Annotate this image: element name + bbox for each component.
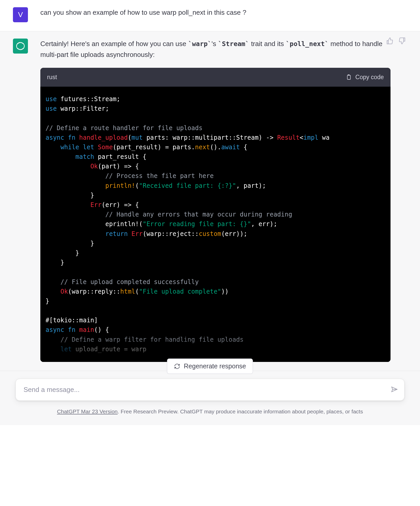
chat-page: V can you show an example of how to use … — [0, 0, 420, 425]
footer-disclaimer: ChatGPT Mar 23 Version. Free Research Pr… — [16, 408, 404, 415]
copy-code-button[interactable]: Copy code — [346, 72, 384, 82]
version-link[interactable]: ChatGPT Mar 23 Version — [57, 408, 118, 414]
thumbs-up-icon — [386, 37, 393, 44]
chat-input[interactable] — [24, 386, 386, 394]
code-block-header: rust Copy code — [40, 68, 391, 87]
assistant-avatar — [13, 39, 28, 54]
clipboard-icon — [346, 74, 352, 80]
code-lang-label: rust — [47, 72, 57, 82]
thumbs-down-button[interactable] — [398, 37, 406, 45]
thumbs-down-icon — [399, 37, 406, 44]
user-message-text: can you show an example of how to use wa… — [40, 7, 391, 18]
code-content[interactable]: use futures::Stream; use warp::Filter; /… — [40, 87, 391, 362]
user-avatar: V — [13, 7, 28, 22]
inline-code-stream: `Stream` — [218, 40, 249, 48]
code-block: rust Copy code use futures::Stream; use … — [40, 68, 391, 362]
inline-code-pollnext: `poll_next` — [286, 40, 329, 48]
refresh-icon — [174, 363, 180, 369]
intro-text: Certainly! Here's an example of how you … — [40, 40, 188, 48]
openai-logo-icon — [16, 41, 25, 51]
assistant-intro-paragraph: Certainly! Here's an example of how you … — [40, 39, 391, 60]
inline-code-warp: `warp` — [188, 40, 211, 48]
copy-code-label: Copy code — [355, 72, 384, 82]
regenerate-button[interactable]: Regenerate response — [167, 359, 253, 374]
chat-input-container[interactable] — [16, 379, 404, 401]
svg-rect-0 — [347, 75, 350, 79]
feedback-actions — [386, 37, 406, 45]
assistant-message-row: Certainly! Here's an example of how you … — [0, 31, 420, 371]
send-button[interactable] — [391, 386, 398, 394]
assistant-message-body: Certainly! Here's an example of how you … — [40, 39, 391, 362]
send-icon — [391, 386, 398, 393]
user-message-row: V can you show an example of how to use … — [0, 0, 420, 31]
regenerate-label: Regenerate response — [184, 362, 246, 370]
thumbs-up-button[interactable] — [386, 37, 394, 45]
input-zone: Regenerate response ChatGPT Mar 23 Versi… — [0, 371, 420, 425]
